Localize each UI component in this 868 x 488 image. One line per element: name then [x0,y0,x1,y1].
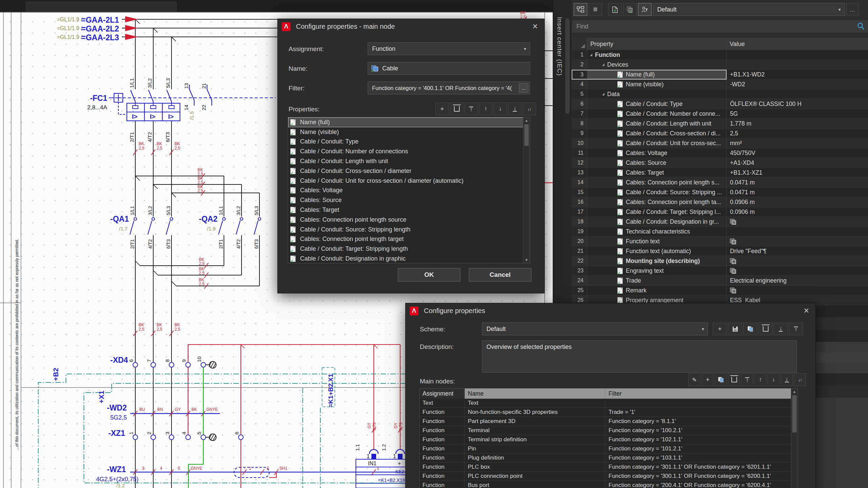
table-row[interactable]: FunctionTerminalFunction category = '100… [419,426,798,435]
column-header-filter[interactable]: Filter [606,389,791,399]
filter-more-button[interactable]: ... [519,83,528,93]
column-header-value[interactable]: Value [727,38,868,50]
move-down-button[interactable]: ↓ [494,103,507,115]
property-row[interactable]: 7Cable / Conduit: Number of conne...5G [572,109,868,119]
delete-node-button[interactable] [728,373,740,386]
property-value-cell[interactable] [727,227,868,237]
copy-scheme-button[interactable] [743,323,757,335]
property-value-cell[interactable]: 5G [727,109,868,119]
table-row[interactable]: FunctionTerminal strip definitionFunctio… [419,435,798,444]
property-value-cell[interactable]: mm² [727,138,868,148]
list-item[interactable]: Name (full) [288,117,530,127]
export-scheme-button[interactable]: ↑ [789,323,803,335]
property-value-cell[interactable]: Electrical engineering [727,276,868,286]
property-row[interactable]: 4Name (visible)-WD2 [572,80,868,89]
move-up-button[interactable]: ↑ [754,373,767,386]
property-row[interactable]: 16Cables: Connection point length ta...0… [572,197,868,207]
table-row[interactable]: FunctionBus portFunction category = '200… [419,481,798,488]
property-row[interactable]: 14Cables: Connection point length s...0.… [572,178,868,187]
property-value-cell[interactable]: +A1-XD4 [727,158,868,168]
property-value-cell[interactable]: 2,5 [727,129,868,138]
list-item[interactable]: Cable / Conduit: Length with unit [288,156,530,166]
property-value-cell[interactable]: A [727,266,868,276]
invert-order-button[interactable]: ↓↑ [523,103,536,115]
list-item[interactable]: Cable / Conduit: Designation in graphic [288,254,530,264]
cancel-button[interactable]: Cancel [469,268,531,282]
table-scrollbar[interactable]: ▲ [791,389,798,488]
property-row[interactable]: 2Devices [572,60,868,70]
new-scheme-button[interactable]: + [713,323,727,335]
dialog1-title-bar[interactable]: Λ Configure properties - main node × [278,19,544,35]
list-item[interactable]: Cables: Target [288,205,530,215]
scroll-thumb[interactable] [792,395,797,432]
search-icon[interactable] [856,22,865,31]
property-value-cell[interactable]: +B1.X1-WD2 [727,70,868,80]
more-options-button[interactable]: ... [846,3,859,16]
property-value-cell[interactable]: A [727,237,868,246]
property-row[interactable]: 20Function textA [572,237,868,246]
table-row[interactable]: FunctionPLC boxFunction category = '301.… [419,463,798,472]
scroll-up-icon[interactable]: ▲ [523,117,530,124]
move-to-top-button[interactable]: ↑ [464,103,478,115]
tab-insert-center[interactable]: Insert center (IEC) [556,17,563,76]
list-item[interactable]: Cable / Conduit: Unit for cross-section … [288,176,530,186]
property-row[interactable]: 15Cable / Conduit: Source: Stripping ...… [572,187,868,197]
list-item[interactable]: Cables: Source [288,195,530,205]
property-value-cell[interactable]: 1.778 m [727,119,868,129]
move-up-button[interactable]: ↑ [479,103,493,115]
scroll-thumb[interactable] [524,124,529,146]
user-filter-button[interactable] [638,3,652,16]
name-field[interactable]: ✓ Cable [368,62,530,75]
property-value-cell[interactable]: 450/750V [727,148,868,158]
list-view-button[interactable]: ≡ [589,3,602,16]
move-down-button[interactable]: ↓ [768,373,780,386]
table-row[interactable]: FunctionNon-function-specific 3D propert… [419,408,798,417]
property-row[interactable]: 24TradeElectrical engineering [572,276,868,286]
tree-view-button[interactable] [574,3,587,16]
list-item[interactable]: Cable / Conduit: Target: Stripping lengt… [288,244,530,254]
property-row[interactable]: 23Engraving textA [572,266,868,276]
property-row[interactable]: 9Cable / Conduit: Cross-section / di...2… [572,129,868,138]
property-value-cell[interactable]: +B1.X1-XZ1 [727,168,868,178]
property-value-cell[interactable]: A [727,286,868,295]
edit-node-button[interactable]: ✎ [688,373,701,386]
list-item[interactable]: Cable / Conduit: Source: Stripping lengt… [288,225,530,235]
property-row[interactable]: 25RemarkA [572,286,868,295]
copy-document-button[interactable] [623,3,637,16]
property-row[interactable]: 1Function [572,50,868,60]
property-row[interactable]: 17Cable / Conduit: Target: Stripping l..… [572,207,868,217]
find-input[interactable] [572,23,856,30]
scheme-select[interactable]: Default ▾ [653,3,845,16]
property-value-cell[interactable] [727,50,868,60]
copy-node-button[interactable] [715,373,727,386]
move-to-bottom-button[interactable]: ↓ [508,103,522,115]
column-header-assignment[interactable]: Assignment [419,389,465,399]
tree-expand-icon[interactable] [590,53,592,56]
list-item[interactable]: Name (visible) [288,127,530,137]
column-header-name[interactable]: Name [465,389,606,399]
property-row[interactable]: 6Cable / Conduit: TypeÖLFLEX® CLASSIC 10… [572,99,868,109]
move-to-bottom-button[interactable]: ↓ [781,373,793,386]
list-item[interactable]: Cable / Conduit: Cross-section / diamete… [288,166,530,176]
property-row[interactable]: 5Data [572,89,868,99]
property-value-cell[interactable]: A [727,217,868,227]
property-value-cell[interactable]: Drive "Feed"¶ [727,246,868,256]
property-row[interactable]: 21Function text (automatic)Drive "Feed"¶ [572,246,868,256]
dialog2-title-bar[interactable]: Λ Configure properties × [406,303,816,319]
scheme-select[interactable]: Default ▾ [482,323,708,335]
table-row[interactable]: FunctionPart placement 3DFunction catego… [419,417,798,426]
property-row[interactable]: 11Cables: Voltage450/750V [572,148,868,158]
property-value-cell[interactable]: -WD2 [727,80,868,89]
table-row[interactable]: FunctionPLC connection pointFunction cat… [419,472,798,481]
delete-property-button[interactable] [450,103,463,115]
property-row[interactable]: 22Mounting site (describing)A [572,256,868,266]
property-row[interactable]: 13Cables: Target+B1.X1-XZ1 [572,168,868,178]
tree-expand-icon[interactable] [602,63,604,66]
property-row[interactable]: 3Name (full)+B1.X1-WD2 [572,70,868,80]
filter-field[interactable]: Function category = '400.1.1' OR Functio… [368,82,530,94]
list-item[interactable]: Cable / Conduit: Type [288,137,530,147]
move-to-top-button[interactable]: ↑ [741,373,753,386]
add-property-button[interactable]: + [435,103,449,115]
scroll-up-icon[interactable]: ▲ [791,389,798,395]
property-value-cell[interactable]: 0.0906 m [727,207,868,217]
